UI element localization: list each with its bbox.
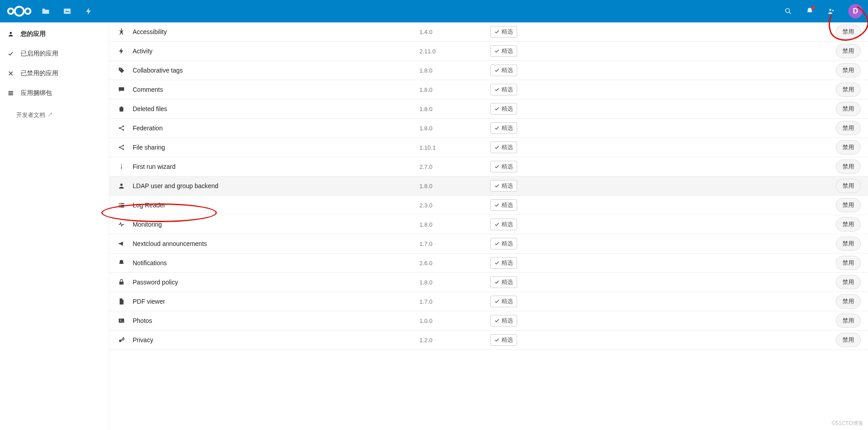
app-row[interactable]: Deleted files1.8.0精选禁用 [109, 99, 868, 119]
app-version: 1.0.0 [419, 318, 490, 324]
app-row[interactable]: Notifications2.6.0精选禁用 [109, 254, 868, 273]
svg-point-1 [8, 9, 13, 14]
comment-icon [117, 86, 126, 93]
avatar[interactable]: D [848, 4, 863, 18]
watermark: ©51CTO博客 [832, 420, 864, 427]
user-icon [7, 30, 14, 38]
sidebar-dev-docs-link[interactable]: 开发者文档 ↗ [0, 103, 109, 127]
app-row[interactable]: Collaborative tags1.8.0精选禁用 [109, 61, 868, 80]
notifications-icon[interactable] [805, 7, 814, 16]
app-name: First run wizard [133, 163, 419, 170]
svg-point-11 [121, 29, 122, 30]
svg-rect-28 [120, 206, 124, 207]
pulse-icon [117, 221, 126, 228]
disable-button[interactable]: 禁用 [836, 198, 861, 212]
app-header: D [0, 0, 868, 22]
svg-point-2 [25, 9, 30, 14]
svg-rect-8 [9, 91, 13, 92]
app-row[interactable]: Federation1.8.0精选禁用 [109, 119, 868, 138]
pdf-icon [117, 298, 126, 305]
share-icon [117, 144, 126, 151]
svg-rect-21 [121, 166, 121, 169]
svg-rect-29 [119, 282, 123, 285]
disable-button[interactable]: 禁用 [836, 314, 861, 328]
accessibility-icon [117, 28, 126, 36]
app-name: Notifications [133, 259, 419, 267]
app-version: 2.7.0 [419, 163, 490, 170]
key-icon [117, 336, 126, 344]
disable-button[interactable]: 禁用 [836, 179, 861, 193]
app-row[interactable]: Monitoring1.8.0精选禁用 [109, 215, 868, 234]
disable-button[interactable]: 禁用 [836, 256, 861, 270]
disable-button[interactable]: 禁用 [836, 63, 861, 77]
app-version: 1.8.0 [419, 125, 490, 132]
disable-button[interactable]: 禁用 [836, 82, 861, 97]
featured-badge: 精选 [490, 103, 517, 115]
svg-rect-27 [119, 206, 120, 207]
disable-button[interactable]: 禁用 [836, 102, 861, 116]
app-row[interactable]: Comments1.8.0精选禁用 [109, 80, 868, 99]
app-name: Collaborative tags [133, 67, 419, 74]
sidebar-item-label: 已禁用的应用 [21, 69, 58, 77]
sidebar-item-your-apps[interactable]: 您的应用 [0, 24, 109, 44]
svg-rect-10 [9, 94, 13, 95]
app-row[interactable]: Privacy1.2.0精选禁用 [109, 331, 868, 350]
disable-button[interactable]: 禁用 [836, 44, 861, 58]
share-icon [117, 125, 126, 132]
app-version: 1.10.1 [419, 144, 490, 151]
app-row[interactable]: Accessibility1.4.0精选禁用 [109, 22, 868, 42]
nextcloud-logo-icon[interactable] [5, 4, 33, 19]
app-name: PDF viewer [133, 298, 419, 305]
search-icon[interactable] [784, 7, 793, 16]
app-row[interactable]: PDF viewer1.7.0精选禁用 [109, 292, 868, 311]
app-row[interactable]: Activity2.11.0精选禁用 [109, 42, 868, 61]
sidebar-item-enabled[interactable]: 已启用的应用 [0, 44, 109, 64]
disable-button[interactable]: 禁用 [836, 333, 861, 347]
check-icon [7, 50, 14, 57]
sidebar-item-disabled[interactable]: 已禁用的应用 [0, 64, 109, 83]
featured-badge: 精选 [490, 64, 517, 76]
svg-point-4 [786, 9, 790, 13]
disable-button[interactable]: 禁用 [836, 275, 861, 289]
app-row[interactable]: Nextcloud announcements1.7.0精选禁用 [109, 234, 868, 254]
featured-badge: 精选 [490, 84, 517, 95]
featured-badge: 精选 [490, 161, 517, 172]
app-name: LDAP user and group backend [133, 182, 419, 189]
app-version: 1.8.0 [419, 106, 490, 112]
app-version: 2.11.0 [419, 48, 490, 55]
svg-rect-26 [120, 205, 124, 206]
disable-button[interactable]: 禁用 [836, 294, 861, 309]
info-icon [117, 163, 126, 170]
contacts-icon[interactable] [827, 7, 836, 16]
gallery-icon[interactable] [63, 7, 72, 16]
featured-badge: 精选 [490, 276, 517, 288]
disable-button[interactable]: 禁用 [836, 140, 861, 155]
disable-button[interactable]: 禁用 [836, 236, 861, 251]
app-name: Deleted files [133, 105, 419, 112]
svg-rect-24 [120, 203, 124, 204]
trash-icon [117, 105, 126, 112]
disable-button[interactable]: 禁用 [836, 217, 861, 232]
svg-rect-13 [119, 87, 124, 91]
app-row[interactable]: Password policy1.8.0精选禁用 [109, 273, 868, 292]
app-version: 1.8.0 [419, 86, 490, 93]
app-row[interactable]: LDAP user and group backend1.8.0精选禁用 [109, 176, 868, 196]
app-row[interactable]: File sharing1.10.1精选禁用 [109, 138, 868, 157]
disable-button[interactable]: 禁用 [836, 159, 861, 174]
app-name: Privacy [133, 336, 419, 344]
app-version: 1.8.0 [419, 279, 490, 286]
files-icon[interactable] [41, 7, 50, 16]
activity-icon[interactable] [84, 7, 93, 16]
app-row[interactable]: Photos1.0.0精选禁用 [109, 311, 868, 331]
disable-button[interactable]: 禁用 [836, 25, 861, 39]
featured-badge: 精选 [490, 296, 517, 307]
sidebar-item-bundles[interactable]: 应用捆绑包 [0, 83, 109, 103]
svg-point-12 [120, 69, 121, 69]
app-row[interactable]: Log Reader2.3.0精选禁用 [109, 196, 868, 215]
lock-icon [117, 279, 126, 286]
app-row[interactable]: First run wizard2.7.0精选禁用 [109, 157, 868, 176]
svg-rect-25 [119, 205, 120, 206]
sidebar-item-label: 应用捆绑包 [21, 89, 52, 97]
disable-button[interactable]: 禁用 [836, 121, 861, 135]
sidebar: 您的应用 已启用的应用 已禁用的应用 应用捆绑包 开发者文档 ↗ [0, 22, 109, 430]
